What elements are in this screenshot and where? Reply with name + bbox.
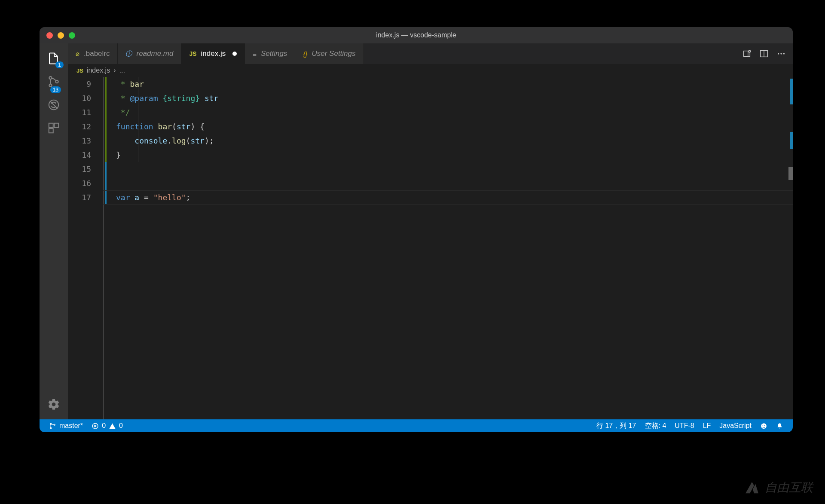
overview-ruler[interactable] — [785, 77, 793, 419]
svg-point-22 — [764, 425, 765, 426]
status-language[interactable]: JavaScript — [715, 422, 756, 430]
line-number: 15 — [68, 162, 91, 176]
compare-changes-icon[interactable] — [742, 49, 752, 58]
code-line — [116, 176, 793, 190]
overview-marker — [788, 167, 793, 180]
body: 1 13 ⌀.babelrcⓘreadme.mdJSindex.js≡Setti… — [40, 43, 793, 419]
code-line: var a = "hello"; — [116, 190, 793, 205]
split-editor-icon[interactable] — [759, 49, 769, 58]
close-window-button[interactable] — [46, 32, 53, 39]
vscode-window: index.js — vscode-sample 1 13 — [40, 27, 793, 432]
more-actions-icon[interactable] — [776, 49, 786, 58]
status-encoding[interactable]: UTF-8 — [670, 422, 698, 430]
line-number: 9 — [68, 77, 91, 91]
svg-rect-7 — [744, 51, 748, 57]
svg-point-0 — [49, 76, 52, 79]
svg-point-11 — [778, 53, 779, 54]
activity-debug-disabled-icon[interactable] — [46, 97, 62, 113]
zoom-window-button[interactable] — [69, 32, 75, 39]
line-number: 11 — [68, 105, 91, 119]
code-content: * bar * @param {string} str */function b… — [116, 77, 793, 205]
status-linecol[interactable]: 行 17，列 17 — [592, 422, 640, 431]
traffic-lights — [46, 32, 75, 39]
code-line: console.log(str); — [116, 134, 793, 148]
svg-point-15 — [50, 428, 52, 429]
tab-label: readme.md — [136, 49, 173, 58]
svg-rect-6 — [49, 128, 53, 133]
svg-point-21 — [763, 425, 764, 426]
status-feedback-icon[interactable] — [756, 422, 772, 430]
tab-index-js[interactable]: JSindex.js — [181, 43, 245, 64]
code-line: function bar(str) { — [116, 119, 793, 134]
scm-badge: 13 — [50, 86, 61, 93]
svg-point-12 — [780, 53, 782, 54]
main-area: ⌀.babelrcⓘreadme.mdJSindex.js≡Settings{}… — [68, 43, 793, 419]
window-title: index.js — vscode-sample — [40, 31, 793, 39]
code-editor[interactable]: 91011121314151617 * bar * @param {string… — [68, 77, 793, 419]
activity-scm-icon[interactable]: 13 — [46, 73, 62, 90]
code-line: } — [116, 148, 793, 162]
minimize-window-button[interactable] — [58, 32, 64, 39]
activity-settings-icon[interactable] — [46, 396, 62, 412]
svg-point-8 — [749, 50, 751, 52]
code-line: * @param {string} str — [116, 91, 793, 105]
tab-readme-md[interactable]: ⓘreadme.md — [118, 43, 181, 64]
tab-label: index.js — [201, 49, 226, 58]
line-number: 14 — [68, 148, 91, 162]
indent-guide-0 — [103, 77, 104, 419]
code-line: * bar — [116, 77, 793, 91]
svg-rect-4 — [49, 123, 53, 128]
editor-toolbar — [735, 43, 793, 64]
git-gutter-modified — [105, 77, 107, 162]
breadcrumb-file: index.js — [87, 67, 110, 74]
activity-extensions-icon[interactable] — [46, 120, 62, 136]
tab-bar: ⌀.babelrcⓘreadme.mdJSindex.js≡Settings{}… — [68, 43, 793, 64]
tab-label: User Settings — [312, 49, 355, 58]
tab-label: .babelrc — [84, 49, 110, 58]
svg-point-16 — [54, 424, 55, 425]
tab-label: Settings — [261, 49, 287, 58]
breadcrumb-rest: ... — [119, 67, 125, 74]
status-eol[interactable]: LF — [699, 422, 715, 430]
breadcrumb-sep: › — [113, 67, 116, 74]
svg-point-20 — [761, 423, 767, 429]
explorer-badge: 1 — [55, 61, 64, 68]
status-bell-icon[interactable] — [772, 422, 788, 430]
watermark: 自由互联 — [743, 479, 813, 496]
tab--babelrc[interactable]: ⌀.babelrc — [68, 43, 118, 64]
code-line: */ — [116, 105, 793, 119]
tab-user-settings[interactable]: {}User Settings — [295, 43, 364, 64]
line-number: 10 — [68, 91, 91, 105]
status-bar: master* 0 0 行 17，列 17 空格: 4 UTF-8 LF Jav… — [40, 419, 793, 432]
tab-settings[interactable]: ≡Settings — [245, 43, 295, 64]
svg-point-13 — [783, 53, 785, 54]
code-line — [116, 162, 793, 176]
title-bar: index.js — vscode-sample — [40, 27, 793, 43]
line-number: 17 — [68, 190, 91, 205]
line-number: 13 — [68, 134, 91, 148]
svg-rect-5 — [54, 123, 58, 128]
svg-point-14 — [50, 423, 52, 425]
activity-bar: 1 13 — [40, 43, 68, 419]
status-problems[interactable]: 0 0 — [87, 422, 127, 430]
overview-marker — [790, 132, 793, 149]
line-gutter: 91011121314151617 — [68, 77, 103, 419]
line-number: 12 — [68, 119, 91, 134]
activity-explorer-icon[interactable]: 1 — [46, 50, 62, 67]
overview-marker — [790, 79, 793, 104]
watermark-icon — [743, 479, 761, 496]
svg-point-1 — [49, 84, 52, 87]
line-number: 16 — [68, 176, 91, 190]
js-file-icon: JS — [76, 67, 83, 74]
status-spaces[interactable]: 空格: 4 — [641, 422, 671, 431]
status-branch[interactable]: master* — [45, 422, 87, 430]
breadcrumb[interactable]: JS index.js › ... — [68, 64, 793, 77]
svg-point-2 — [55, 80, 58, 83]
